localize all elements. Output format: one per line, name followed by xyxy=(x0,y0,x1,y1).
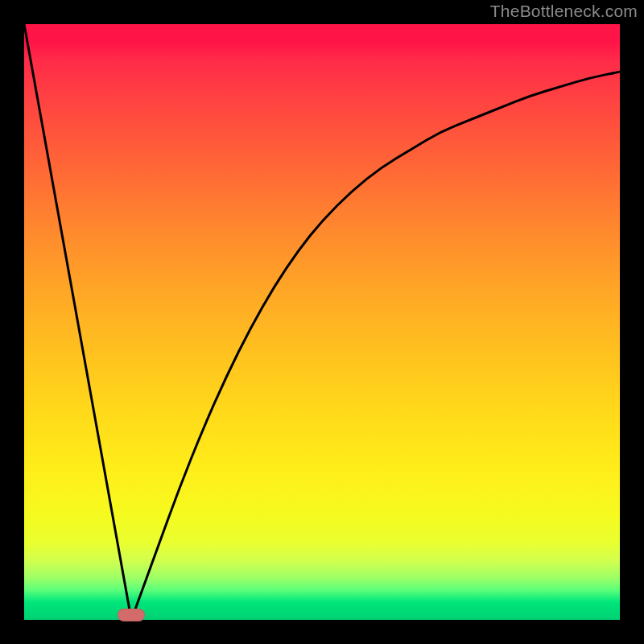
plot-background xyxy=(24,24,620,620)
chart-frame: TheBottleneck.com xyxy=(0,0,644,644)
curve-ascent xyxy=(131,72,620,620)
curve-layer xyxy=(24,24,620,620)
min-marker xyxy=(118,609,145,621)
watermark-text: TheBottleneck.com xyxy=(490,2,638,21)
curve-descent xyxy=(24,24,131,620)
